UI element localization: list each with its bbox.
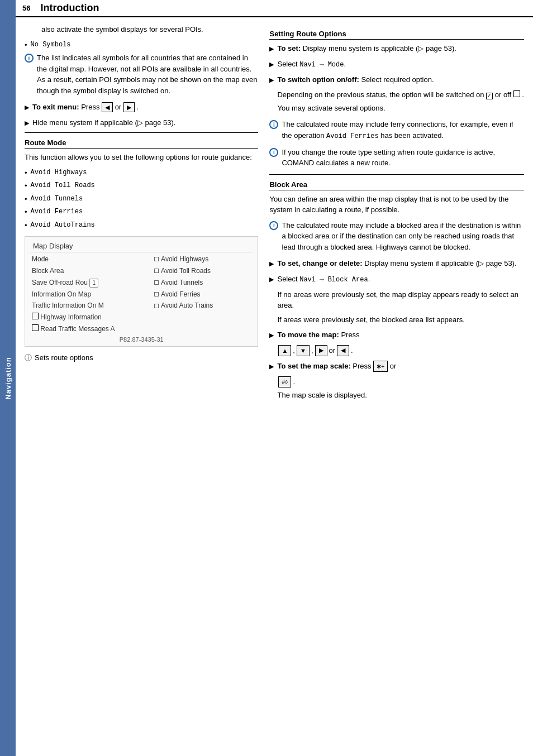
no-symbols-text: No Symbols [31,40,71,50]
menu-left-offroad: Save Off-road Rou 1 [30,277,152,289]
key-left[interactable]: ◀ [337,345,349,356]
exit-menu-content: To exit menu: Press ◀ or ▶ . [32,102,139,113]
radio-highways [154,257,159,261]
key-scale-minus[interactable]: #◊ [278,376,291,387]
radio-autotrains [154,304,159,308]
sets-icon: ⓘ [25,352,32,363]
info-block-area: i The calculated route may include a blo… [269,220,524,253]
body-area: also activate the symbol displays for se… [16,17,533,412]
if-no-areas: If no areas were previously set, the map… [277,289,524,311]
exit-menu-item: ▶ To exit menu: Press ◀ or ▶ . [25,102,258,113]
arrow-to-set: ▶ To set: Display menu system is applica… [269,43,524,54]
scale-desc: The map scale is displayed. [277,390,524,401]
key-right[interactable]: ▶ [315,345,327,356]
bullet-no-symbols: • No Symbols [25,40,258,51]
header-title: Introduction [40,2,99,14]
arrow-select-navi-mode: ▶ Select Navi → Mode. [269,59,524,70]
arrow-switch-option: ▶ To switch option on/off: Select requir… [269,74,524,85]
info-block-text: The calculated route may include a block… [282,220,524,253]
scale-label: To set the map scale: [277,362,350,370]
menu-table: Mode Avoid Highways Block Area [30,253,253,335]
menu-left-mode: Mode [30,253,152,265]
back-key[interactable]: ◀ [102,102,113,112]
exit-menu-text: Press [81,103,102,111]
menu-row-mode: Mode Avoid Highways [30,253,253,265]
info-icon-ferry: i [269,120,278,129]
checkbox-read [32,324,39,331]
menu-left-traffic: Traffic Information On M [30,300,152,312]
menu-right-offroad: Avoid Tunnels [152,277,253,289]
move-map-label: To move the map: [277,331,339,339]
key-down[interactable]: ▼ [297,345,310,356]
arrow-map-scale: ▶ To set the map scale: Press ✱+ or [269,361,524,372]
setting-route-options-title: Setting Route Options [269,30,524,40]
menu-display-box: Map Display Mode Avoid Highways [25,236,258,347]
info-ferry: i The calculated route may include ferry… [269,119,524,141]
menu-row-info: Information On Map Avoid Ferries [30,289,253,300]
page-wrapper: Navigation 56 Introduction also activate… [0,0,533,756]
sidebar-label: Navigation [4,357,12,399]
info-icon-route: i [269,148,278,157]
bullet-highways: • Avoid Highways [25,168,258,179]
menu-left-info: Information On Map [30,289,152,300]
exit-menu-label: To exit menu: [32,103,79,111]
block-area-intro: You can define an area within the map di… [269,194,524,216]
checkbox-highway [32,313,39,319]
key-scale-plus[interactable]: ✱+ [373,361,388,372]
info-route-type: i If you change the route type setting w… [269,147,524,169]
bullet-tunnels: • Avoid Tunnels [25,194,258,205]
menu-row-traffic: Traffic Information On M Avoid Auto Trai… [30,300,253,312]
bullet-toll-roads: • Avoid Toll Roads [25,180,258,192]
arrow-select-block-area: ▶ Select Navi → Block Area. [269,274,524,285]
menu-right-block: Avoid Toll Roads [152,265,253,277]
arrow-set-change: ▶ To set, change or delete: Display menu… [269,258,524,269]
menu-row-highway: Highway Information [30,312,253,323]
col-left: also activate the symbol displays for se… [16,24,264,405]
route-mode-title: Route Mode [25,138,258,149]
arrow-move-map: ▶ To move the map: Press [269,329,524,341]
header-bar: 56 Introduction [16,0,533,17]
divider-1 [25,132,258,133]
menu-right-mode: Avoid Highways [152,253,253,265]
menu-right-traffic: Avoid Auto Trains [152,300,253,312]
radio-toll [154,269,159,273]
menu-row-offroad: Save Off-road Rou 1 Avoid Tunnels [30,277,253,289]
divider-right [269,174,524,175]
sets-route-options: ⓘ Sets route options [25,352,258,363]
sidebar: Navigation [0,0,16,756]
hide-menu-text: Hide menu system if applicable (▷ page 5… [32,117,175,128]
checkbox-off [513,90,520,97]
you-may: You may activate several options. [277,103,524,114]
switch-desc: Depending on the previous status, the op… [277,89,524,101]
menu-row-block: Block Area Avoid Toll Roads [30,265,253,277]
move-map-keys: ▲ , ▼ , ▶ or ◀ . [278,345,524,356]
page-number: 56 [22,4,30,12]
main-content: 56 Introduction also activate the symbol… [16,0,533,756]
menu-caption: P82.87-3435-31 [30,336,253,343]
key-up[interactable]: ▲ [278,345,291,356]
info-icon-block: i [269,221,278,230]
radio-ferries [154,292,159,296]
info-text-1: The list indicates all symbols for all c… [37,52,258,96]
forward-key[interactable]: ▶ [123,102,135,112]
block-area-title: Block Area [269,180,524,190]
arrow-exit: ▶ [25,103,29,112]
radio-tunnels [154,280,159,285]
arrow-hide: ▶ [25,118,29,128]
menu-right-info: Avoid Ferries [152,289,253,300]
menu-display-header: Map Display [30,240,253,252]
sets-text: Sets route options [35,352,93,363]
menu-left-block: Block Area [30,265,152,277]
badge-1: 1 [89,279,98,288]
col-right: Setting Route Options ▶ To set: Display … [264,24,533,405]
if-areas: If areas were previously set, the blocke… [277,314,524,326]
info-route-type-text: If you change the route type setting whe… [282,147,524,169]
info-ferry-text: The calculated route may include ferry c… [282,119,524,141]
hide-menu-item: ▶ Hide menu system if applicable (▷ page… [25,117,258,128]
bullet-dot: • [25,40,27,51]
route-mode-intro: This function allows you to set the foll… [25,152,258,163]
menu-row-read: Read Traffic Messages A [30,323,253,335]
info-block-1: i The list indicates all symbols for all… [25,52,258,96]
bullet-ferries: • Avoid Ferries [25,207,258,218]
checkbox-on: ✓ [486,93,493,99]
